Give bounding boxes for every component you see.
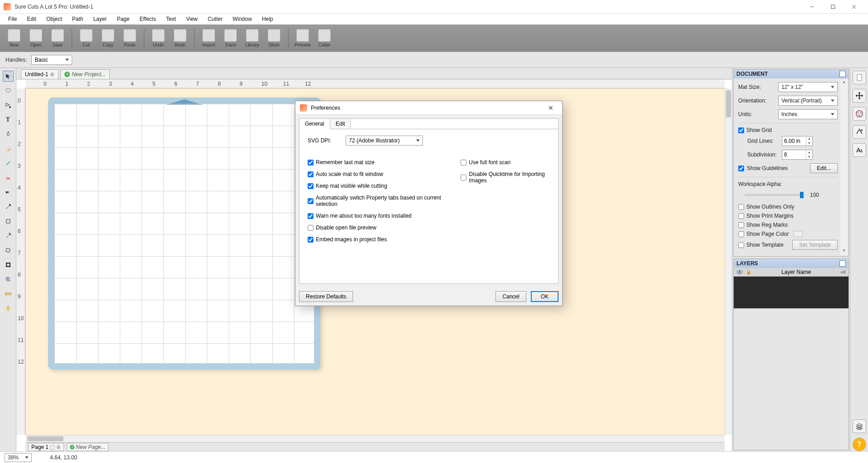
show-template-checkbox[interactable] [738,242,744,248]
pref-checkbox[interactable] [308,198,314,204]
cancel-button[interactable]: Cancel [495,291,526,302]
pref-checkbox[interactable] [461,160,466,166]
page-color-swatch[interactable] [794,231,803,237]
set-template-button[interactable]: Set Template [792,240,838,250]
menu-edit[interactable]: Edit [22,15,41,24]
position-panel-button[interactable] [853,89,866,102]
edit-guidelines-button[interactable]: Edit... [810,163,838,173]
pref-option[interactable]: Remember last mat size [308,159,442,166]
doc-tab-new[interactable]: +New Project... [60,69,110,79]
minimize-button[interactable] [802,0,823,14]
panel-popout-icon[interactable] [839,260,846,267]
ok-button[interactable]: OK [531,291,559,302]
pref-option[interactable]: Keep mat visible while cutting [308,183,442,189]
horizontal-scrollbar[interactable] [25,435,725,442]
pref-checkbox[interactable] [308,213,314,219]
pref-checkbox[interactable] [308,237,314,243]
zoom-select[interactable]: 38% [5,453,32,462]
hand-tool[interactable] [3,303,14,314]
measure-tool[interactable] [3,288,14,299]
paste-button[interactable]: Paste [120,26,139,50]
units-select[interactable]: Inches [778,109,838,119]
restore-defaults-button[interactable]: Restore Defaults [299,291,353,302]
new-button[interactable]: New [5,26,24,50]
menu-layer[interactable]: Layer [88,15,111,24]
vertical-scrollbar[interactable] [725,88,732,435]
menu-object[interactable]: Object [42,15,67,24]
undo-button[interactable]: Undo [149,26,168,50]
pref-checkbox[interactable] [308,183,314,189]
library-button[interactable]: Library [243,26,262,50]
gradient-tool[interactable] [3,187,14,198]
text-panel-button[interactable]: AA [853,143,866,157]
show-outlines-checkbox[interactable] [738,204,744,210]
pref-option[interactable]: Automatically switch Property tabs based… [308,195,442,207]
layers-menu-icon[interactable]: ▪≡ [841,269,846,275]
copy-button[interactable]: Copy [98,26,118,50]
distort-tool[interactable] [3,245,14,256]
redo-button[interactable]: Redo [171,26,190,50]
style-panel-button[interactable] [853,125,866,139]
pencil-tool[interactable] [3,143,14,154]
menu-help[interactable]: Help [257,15,278,24]
layers-list[interactable] [734,277,848,308]
close-icon[interactable]: ⊗ [56,444,61,450]
import-button[interactable]: Import [199,26,218,50]
close-icon[interactable]: ⊗ [50,71,54,78]
close-button[interactable] [843,0,864,14]
subdivision-input[interactable]: ▲▼ [782,150,813,160]
panel-popout-icon[interactable] [839,71,846,77]
panel-scrollbar[interactable]: ▴▾ [840,79,848,255]
menu-page[interactable]: Page [112,15,134,24]
show-print-margins-checkbox[interactable] [738,213,744,219]
maximize-button[interactable] [823,0,843,14]
orientation-select[interactable]: Vertical (Portrait) [778,96,838,106]
pref-checkbox[interactable] [308,225,314,231]
document-panel-button[interactable] [853,71,866,84]
selection-tool[interactable] [3,71,14,82]
eyedropper-tool[interactable] [3,201,14,212]
pref-option[interactable]: Embed images in project files [308,236,442,243]
pref-checkbox[interactable] [308,171,314,177]
menu-effects[interactable]: Effects [135,15,160,24]
workspace-alpha-slider[interactable] [745,194,804,196]
trace-button[interactable]: Trace [221,26,240,50]
pen-tool[interactable] [3,129,14,140]
brush-tool[interactable] [3,158,14,169]
svg-dpi-select[interactable]: 72 (Adobe Illustrator) [346,136,423,146]
save-button[interactable]: Save [48,26,67,50]
open-button[interactable]: Open [26,26,45,50]
node-tool[interactable] [3,100,14,111]
menu-window[interactable]: Window [228,15,256,24]
tab-edit[interactable]: Edit [330,119,351,129]
preview-button[interactable]: Preview [293,26,312,50]
store-button[interactable]: Store [265,26,284,50]
pref-option[interactable]: Warn me about too many fonts installed [308,213,442,219]
text-tool[interactable]: T [3,114,14,125]
page-tab-new[interactable]: +New Page... [67,443,108,451]
stencil-tool[interactable] [3,259,14,270]
handles-select[interactable]: Basic [31,55,72,65]
menu-text[interactable]: Text [162,15,181,24]
fill-stroke-panel-button[interactable] [853,107,866,121]
tab-general[interactable]: General [299,119,330,129]
zoom-tool[interactable] [3,274,14,285]
menu-file[interactable]: File [4,15,21,24]
layers-panel-button[interactable] [853,419,866,433]
mat-size-select[interactable]: 12" x 12" [778,82,838,92]
knife-tool[interactable] [3,230,14,241]
cutter-button[interactable]: Cutter [315,26,334,50]
cut-button[interactable]: Cut [77,26,96,50]
lasso-tool[interactable] [3,85,14,96]
menu-view[interactable]: View [181,15,202,24]
dialog-close-button[interactable]: ✕ [544,104,558,112]
pref-option[interactable]: Auto scale mat to fit window [308,171,442,177]
doc-tab-current[interactable]: Untitled-1⊗ [21,69,59,79]
pref-option[interactable]: Use full font scan [461,159,550,166]
pref-checkbox[interactable] [461,175,466,180]
grid-lines-input[interactable]: ▲▼ [782,136,813,146]
pref-checkbox[interactable] [308,160,314,166]
menu-cutter[interactable]: Cutter [203,15,227,24]
pref-option[interactable]: Disable Quicktime for Importing Images [461,171,550,184]
menu-path[interactable]: Path [68,15,88,24]
